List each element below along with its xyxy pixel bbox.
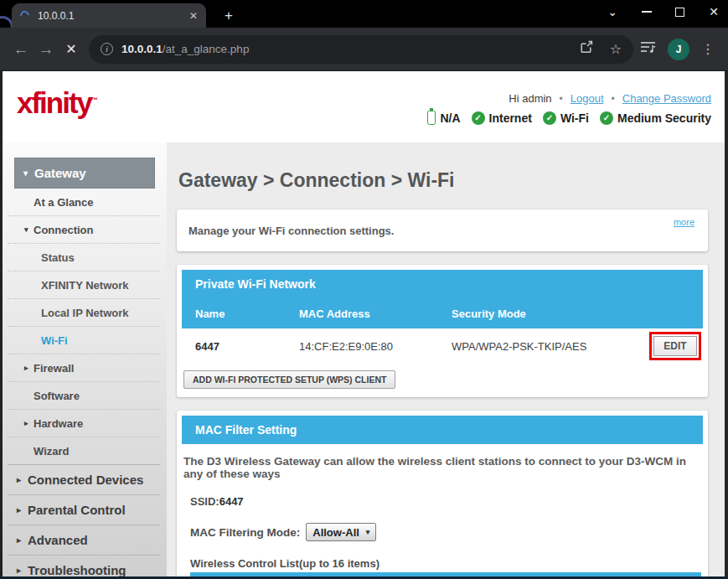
internet-label: Internet (489, 111, 532, 125)
sidebar-item-troubleshooting[interactable]: ▸ Troubleshooting (8, 556, 160, 576)
share-icon[interactable] (579, 40, 593, 58)
xfinity-logo: xfinity™ (17, 86, 98, 142)
sidebar-item-connected-devices[interactable]: ▸ Connected Devices (8, 465, 160, 495)
sidebar-item-hardware[interactable]: ▸ Hardware (8, 410, 160, 437)
private-wifi-card: Private Wi-Fi Network Name MAC Address S… (177, 265, 708, 397)
column-header-mac: MAC Address (299, 308, 452, 320)
column-header-security: Security Mode (452, 308, 703, 320)
sidebar-item-firewall[interactable]: ▸ Firewall (8, 354, 160, 382)
mac-filtering-mode-select[interactable]: Allow-All ▾ (306, 523, 376, 541)
private-wifi-title: Private Wi-Fi Network (182, 270, 703, 298)
edit-button-highlight-box: EDIT (649, 332, 701, 360)
internet-status: ✓ Internet (472, 111, 532, 125)
sidebar-item-software[interactable]: Software (8, 382, 160, 410)
change-password-link[interactable]: Change Password (622, 92, 711, 105)
browser-menu-icon[interactable]: ⋮ (701, 41, 710, 57)
sidebar-nav: ▾ Gateway At a Glance ▾ Connection Statu… (3, 142, 167, 576)
bookmark-star-icon[interactable]: ☆ (610, 41, 622, 57)
tab-title: 10.0.0.1 (38, 10, 74, 22)
chevron-down-icon: ▾ (366, 528, 370, 536)
security-label: Medium Security (617, 111, 711, 125)
sidebar-item-status[interactable]: Status (8, 244, 160, 271)
sidebar-item-wifi[interactable]: Wi-Fi (8, 327, 160, 354)
check-circle-icon: ✓ (472, 111, 485, 125)
add-wps-client-button[interactable]: ADD WI-FI PROTECTED SETUP (WPS) CLIENT (183, 370, 395, 389)
wireless-control-list-title: Wireless Control List(up to 16 items) (190, 557, 703, 570)
sidebar-item-label: Parental Control (28, 503, 126, 517)
tab-search-chevron-icon[interactable]: ⌄ (607, 5, 618, 18)
battery-status: N/A (427, 111, 460, 125)
logout-link[interactable]: Logout (571, 92, 604, 105)
greeting-text: Hi admin (509, 92, 551, 105)
sidebar-item-label: Troubleshooting (28, 563, 126, 576)
logo-text: xfinity (17, 86, 91, 119)
ssid-line: SSID:6447 (190, 495, 703, 508)
network-mac-address: 14:CF:E2:E9:0E:80 (299, 340, 452, 353)
selected-mode-value: Allow-All (312, 526, 359, 539)
sidebar-item-at-a-glance[interactable]: At a Glance (8, 189, 160, 216)
wifi-label: Wi-Fi (560, 111, 589, 125)
column-header-name: Name (195, 308, 299, 320)
mac-filter-title: MAC Filter Setting (182, 416, 703, 444)
close-window-button[interactable]: ✕ (708, 5, 720, 18)
minimize-button[interactable] (642, 11, 652, 13)
browser-titlebar: 10.0.0.1 ✕ + ⌄ ✕ (0, 0, 728, 28)
chevron-right-icon: ▸ (17, 535, 28, 545)
sidebar-item-label: XFINITY Network (41, 279, 129, 292)
sidebar-item-label: Firewall (34, 362, 74, 375)
url-path: /at_a_glance.php (163, 43, 250, 55)
sidebar-item-label: Wizard (34, 445, 70, 458)
intro-text: Manage your Wi-Fi connection settings. (188, 225, 394, 237)
edit-button[interactable]: EDIT (653, 336, 697, 356)
intro-card: Manage your Wi-Fi connection settings. m… (177, 209, 708, 251)
sidebar-item-label: At a Glance (34, 196, 94, 209)
browser-tab[interactable]: 10.0.0.1 ✕ (12, 3, 206, 28)
site-header: xfinity™ Hi admin • Logout • Change Pass… (3, 71, 725, 142)
sidebar-item-connection[interactable]: ▾ Connection (8, 216, 160, 244)
page-viewport: xfinity™ Hi admin • Logout • Change Pass… (0, 71, 728, 579)
profile-avatar[interactable]: J (668, 39, 689, 60)
network-security-mode: WPA/WPA2-PSK-TKIP/AES (452, 340, 626, 353)
mac-filter-card: MAC Filter Setting The D3 Wireless Gatew… (177, 411, 708, 576)
chevron-right-icon: ▸ (17, 505, 28, 514)
sidebar-item-label: Wi-Fi (41, 334, 68, 347)
address-bar[interactable]: i 10.0.0.1 /at_a_glance.php ☆ (89, 35, 633, 64)
sidebar-item-label: Connection (34, 224, 94, 236)
ssid-label: SSID: (190, 495, 219, 508)
chevron-right-icon: ▸ (24, 419, 34, 427)
sidebar-item-label: Connected Devices (28, 473, 143, 487)
sidebar-item-xfinity-network[interactable]: XFINITY Network (8, 271, 160, 299)
security-status: ✓ Medium Security (600, 111, 711, 125)
sidebar-item-local-ip-network[interactable]: Local IP Network (8, 299, 160, 327)
network-name: 6447 (195, 340, 299, 353)
breadcrumb: Gateway > Connection > Wi-Fi (178, 169, 708, 192)
chevron-right-icon: ▸ (17, 566, 28, 575)
sidebar-item-wizard[interactable]: Wizard (8, 437, 160, 465)
check-circle-icon: ✓ (543, 111, 556, 125)
new-tab-button[interactable]: + (219, 7, 238, 25)
url-host: 10.0.0.1 (121, 43, 163, 55)
sidebar-item-label: Gateway (34, 166, 86, 180)
sidebar-item-gateway[interactable]: ▾ Gateway (14, 158, 155, 189)
status-bar: N/A ✓ Internet ✓ Wi-Fi ✓ Medium Security (427, 111, 711, 125)
more-link[interactable]: more (674, 217, 694, 227)
bullet-separator: • (612, 93, 615, 105)
ssid-value: 6447 (219, 495, 244, 508)
stop-loading-icon[interactable]: ✕ (59, 41, 84, 57)
sidebar-item-parental-control[interactable]: ▸ Parental Control (8, 495, 160, 525)
mac-filter-description: The D3 Wireless Gateway can allow the wi… (183, 455, 703, 480)
maximize-button[interactable] (675, 8, 684, 17)
table-row: 6447 14:CF:E2:E9:0E:80 WPA/WPA2-PSK-TKIP… (182, 328, 703, 364)
site-info-icon[interactable]: i (101, 43, 113, 55)
sidebar-item-advanced[interactable]: ▸ Advanced (8, 525, 160, 556)
main-content: Gateway > Connection > Wi-Fi Manage your… (167, 142, 725, 576)
battery-label: N/A (440, 111, 460, 125)
control-list-column-headers: # Device Name MAC Address (190, 572, 701, 576)
back-icon[interactable]: ← (8, 40, 34, 59)
forward-icon[interactable]: → (34, 40, 59, 59)
sidebar-item-label: Hardware (34, 417, 83, 430)
media-controls-icon[interactable] (640, 40, 656, 58)
sidebar-item-label: Local IP Network (41, 307, 129, 319)
tab-close-icon[interactable]: ✕ (189, 10, 198, 22)
chevron-down-icon: ▾ (23, 168, 34, 178)
